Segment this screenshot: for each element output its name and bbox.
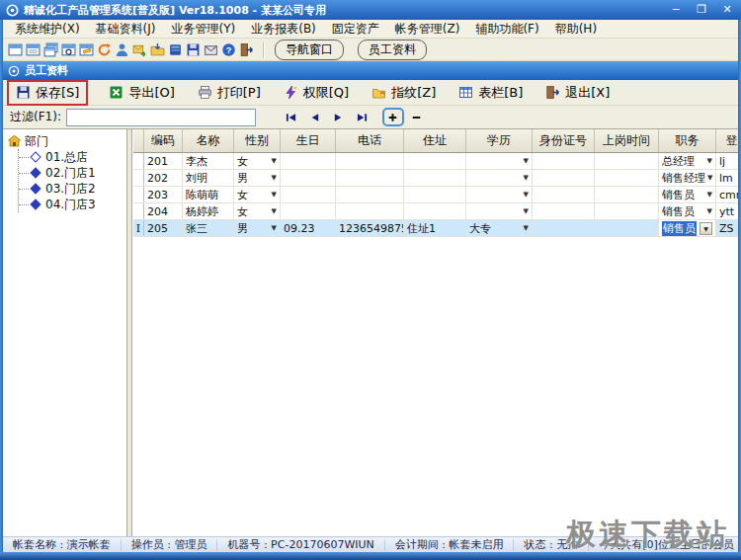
dropdown-arrow-icon[interactable]: ▼ — [705, 207, 712, 215]
column-header-3[interactable]: 性别 — [234, 129, 281, 152]
maximize-button[interactable]: ❐ — [694, 3, 709, 17]
grid-cell[interactable]: ▼ — [466, 170, 533, 186]
close-button[interactable]: ✕ — [719, 3, 735, 17]
grid-cell[interactable] — [336, 170, 404, 186]
dropdown-arrow-icon[interactable]: ▼ — [522, 224, 529, 232]
tree-root-departments[interactable]: 部门 — [8, 133, 124, 149]
grid-cell[interactable]: 男▼ — [234, 170, 281, 186]
grid-cell[interactable]: 住址1 — [404, 220, 466, 236]
dropdown-arrow-icon[interactable]: ▼ — [522, 207, 529, 215]
column-header-2[interactable]: 名称 — [183, 129, 234, 152]
grid-cell[interactable] — [404, 170, 466, 186]
edit-window-icon[interactable] — [79, 42, 94, 57]
menu-item-8[interactable]: 帮助(H) — [547, 19, 605, 40]
tree-item-3[interactable]: 03.门店2 — [19, 181, 124, 197]
grid-cell[interactable]: 201 — [144, 153, 183, 169]
grid-cell[interactable]: 总经理▼ — [659, 153, 716, 169]
action-button-5[interactable]: 指纹[Z] — [365, 82, 443, 104]
grid-cell[interactable]: 李杰 — [183, 153, 234, 169]
grid-cell[interactable] — [533, 153, 595, 169]
grid-cell[interactable] — [336, 153, 404, 169]
grid-cell[interactable] — [281, 153, 336, 169]
search-window-icon[interactable] — [61, 42, 76, 57]
refresh-icon[interactable] — [97, 42, 112, 57]
grid-cell[interactable] — [533, 187, 595, 202]
window-icon[interactable] — [8, 42, 23, 57]
grid-cell[interactable]: 203 — [144, 187, 183, 202]
add-record-button[interactable] — [382, 108, 404, 126]
grid-cell[interactable]: ▼ — [466, 153, 533, 169]
user-icon[interactable] — [115, 42, 129, 57]
action-button-2[interactable]: 导出[O] — [102, 82, 181, 104]
combo-dropdown-button[interactable]: ▼ — [700, 222, 712, 235]
database-icon[interactable] — [168, 42, 183, 57]
dropdown-arrow-icon[interactable]: ▼ — [270, 191, 277, 199]
tree-item-2[interactable]: 02.门店1 — [19, 165, 124, 181]
table-row[interactable]: 202刘明男▼▼销售经理▼lm — [133, 170, 738, 187]
grid-cell[interactable] — [404, 153, 466, 169]
dropdown-arrow-icon[interactable]: ▼ — [522, 191, 529, 199]
grid-cell[interactable] — [595, 187, 659, 202]
column-header-4[interactable]: 生日 — [281, 129, 336, 152]
action-button-4[interactable]: 权限[Q] — [277, 82, 356, 104]
save-icon[interactable] — [186, 42, 201, 57]
grid-cell[interactable]: 销售员▼ — [659, 187, 716, 202]
menu-item-7[interactable]: 辅助功能(F) — [467, 19, 546, 40]
dropdown-arrow-icon[interactable]: ▼ — [270, 157, 277, 165]
grid-cell[interactable]: 女▼ — [234, 153, 281, 169]
form-icon[interactable] — [26, 42, 41, 57]
menu-item-6[interactable]: 帐务管理(Z) — [387, 19, 468, 40]
column-header-10[interactable]: 职务 — [659, 129, 716, 152]
grid-cell[interactable] — [281, 170, 336, 186]
grid-cell[interactable] — [336, 187, 404, 202]
grid-cell[interactable]: ZS — [716, 220, 738, 236]
grid-cell[interactable]: ytt — [716, 203, 738, 219]
grid-cell[interactable] — [595, 170, 659, 186]
table-row[interactable]: I205张三男▼09.2312365498751住址1大专▼销售员▼ZS — [133, 220, 738, 237]
grid-cell[interactable]: 男▼ — [234, 220, 281, 236]
cascade-windows-icon[interactable] — [43, 42, 58, 57]
grid-cell[interactable]: 204 — [144, 203, 183, 219]
table-row[interactable]: 204杨婷婷女▼▼销售员▼ytt — [133, 203, 738, 220]
grid-cell[interactable] — [533, 203, 595, 219]
mail-export-icon[interactable] — [132, 42, 147, 57]
grid-cell[interactable]: 202 — [144, 170, 183, 186]
navigation-window-button[interactable]: 导航窗口 — [275, 40, 344, 60]
menu-item-5[interactable]: 固定资产 — [324, 19, 387, 40]
grid-cell[interactable] — [281, 203, 336, 219]
mail-icon[interactable] — [204, 42, 218, 57]
column-header-5[interactable]: 电话 — [336, 129, 404, 152]
grid-cell[interactable] — [595, 153, 659, 169]
dropdown-arrow-icon[interactable]: ▼ — [270, 174, 277, 182]
minimize-button[interactable]: ─ — [668, 3, 684, 17]
action-button-1[interactable]: 保存[S] — [7, 80, 88, 106]
grid-cell[interactable] — [595, 203, 659, 219]
column-header-8[interactable]: 身份证号 — [533, 129, 595, 152]
action-button-7[interactable]: 退出[X] — [538, 82, 617, 104]
first-record-button[interactable] — [282, 110, 301, 125]
table-row[interactable]: 203陈萌萌女▼▼销售员▼cmm — [133, 187, 738, 203]
menu-item-3[interactable]: 业务管理(Y) — [164, 19, 244, 40]
grid-cell[interactable]: 205 — [144, 220, 183, 236]
grid-cell[interactable]: 销售经理▼ — [659, 170, 716, 186]
exit-door-icon[interactable] — [239, 42, 254, 57]
grid-cell[interactable] — [404, 203, 466, 219]
grid-cell[interactable]: 销售员▼ — [659, 220, 716, 236]
grid-cell[interactable]: 销售员▼ — [659, 203, 716, 219]
help-icon[interactable]: ? — [221, 42, 236, 57]
menu-item-1[interactable]: 系统维护(X) — [7, 19, 88, 40]
menu-item-2[interactable]: 基础资料(J) — [88, 19, 164, 40]
delete-record-button[interactable] — [407, 110, 427, 125]
filter-input[interactable] — [66, 109, 256, 126]
grid-cell[interactable]: 女▼ — [234, 187, 281, 202]
grid-cell[interactable] — [533, 170, 595, 186]
folder-import-icon[interactable] — [150, 42, 165, 57]
grid-cell[interactable]: ▼ — [466, 203, 533, 219]
dropdown-arrow-icon[interactable]: ▼ — [270, 224, 277, 232]
grid-cell[interactable]: cmm — [716, 187, 738, 202]
grid-cell[interactable]: 张三 — [183, 220, 234, 236]
tree-item-4[interactable]: 04.门店3 — [19, 197, 124, 212]
column-header-9[interactable]: 上岗时间 — [595, 129, 659, 152]
employee-data-button[interactable]: 员工资料 — [358, 40, 427, 60]
grid-cell[interactable] — [281, 187, 336, 202]
